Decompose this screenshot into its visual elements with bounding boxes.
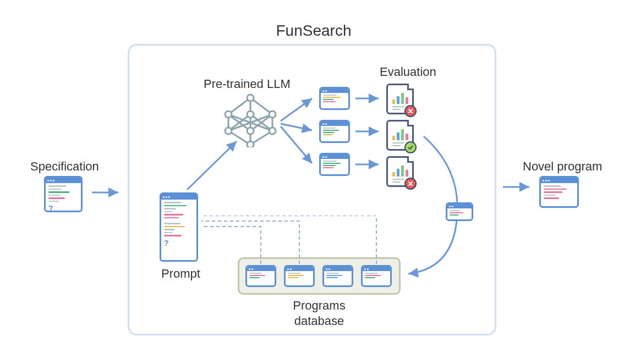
db-item [245,265,276,287]
eval-result-3 [386,156,414,187]
arrow-box-to-output [502,181,535,192]
eval-result-2 [386,120,414,151]
svg-point-23 [269,128,276,134]
fail-badge-icon [404,178,417,190]
svg-point-22 [247,128,254,134]
db-item [361,265,392,287]
svg-point-17 [247,95,254,101]
eval-result-1 [386,84,414,114]
evaluation-label: Evaluation [380,65,436,79]
diagram-title: FunSearch [276,22,352,40]
svg-point-18 [225,111,232,118]
llm-output-1 [319,87,350,110]
question-mark-icon: ? [48,205,78,212]
neural-network-icon [220,92,281,147]
specification-card: ? [44,176,83,212]
svg-point-21 [225,128,232,134]
novel-program-card [539,176,579,208]
arrow-spec-to-box [91,187,124,198]
llm-output-3 [319,153,350,176]
novel-program-label: Novel program [523,159,602,174]
svg-point-19 [247,111,254,118]
svg-point-20 [269,111,276,118]
programs-database-label: Programs database [293,298,345,328]
db-item [284,265,315,287]
db-item [322,265,353,287]
fail-badge-icon [404,105,417,117]
specification-label: Specification [30,159,99,174]
passed-program-card [446,202,473,221]
prompt-label: Prompt [161,267,200,281]
svg-point-24 [247,141,254,147]
llm-label: Pre-trained LLM [204,77,291,91]
llm-output-2 [319,120,350,143]
pass-badge-icon [404,141,417,153]
question-mark-icon: ? [164,239,194,247]
prompt-card: ? [160,192,198,262]
